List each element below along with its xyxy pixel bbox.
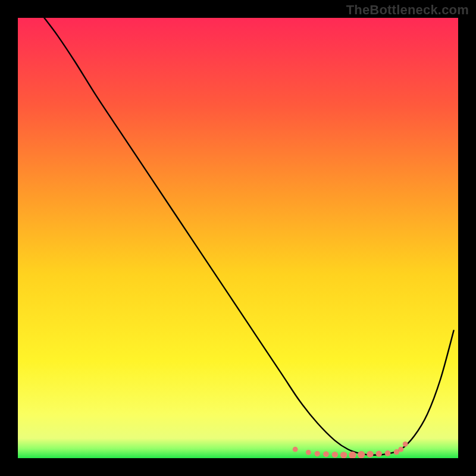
sample-point	[376, 450, 382, 456]
sample-point	[323, 451, 329, 457]
plot-area	[18, 18, 458, 458]
chart-frame: TheBottleneck.com	[0, 0, 476, 476]
watermark-text: TheBottleneck.com	[346, 2, 469, 18]
chart-svg	[18, 18, 458, 458]
sample-point	[398, 447, 403, 452]
sample-point	[293, 447, 298, 452]
sample-point	[315, 451, 320, 456]
sample-point	[332, 452, 338, 458]
sample-point	[340, 452, 347, 458]
gradient-background	[18, 18, 458, 458]
sample-point	[385, 450, 391, 456]
sample-point	[358, 451, 365, 458]
sample-point	[367, 451, 373, 458]
sample-point	[403, 441, 408, 447]
sample-point	[306, 450, 311, 455]
